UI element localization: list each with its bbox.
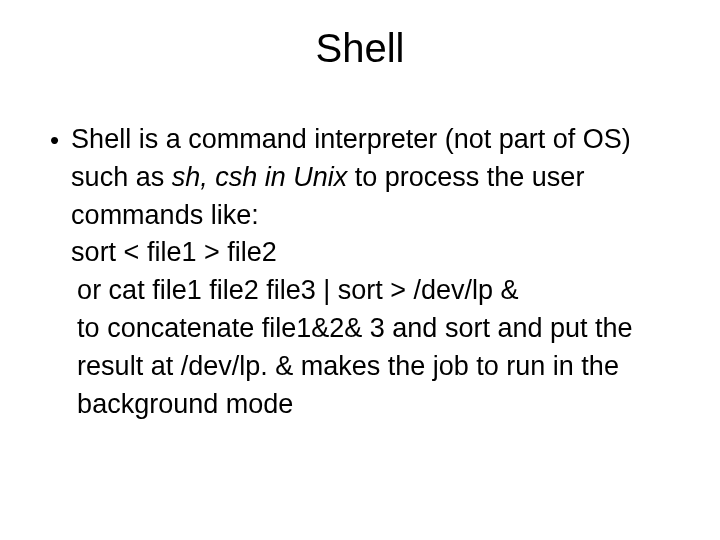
slide: Shell • Shell is a command interpreter (… bbox=[0, 0, 720, 540]
bullet-text: Shell is a command interpreter (not part… bbox=[71, 121, 690, 423]
slide-content: • Shell is a command interpreter (not pa… bbox=[30, 121, 690, 423]
bullet-item: • Shell is a command interpreter (not pa… bbox=[50, 121, 690, 423]
text-line-2: sort < file1 > file2 bbox=[71, 234, 690, 272]
bullet-icon: • bbox=[50, 123, 59, 158]
text-line-1: Shell is a command interpreter (not part… bbox=[71, 121, 690, 234]
text-line-3: or cat file1 file2 file3 | sort > /dev/l… bbox=[71, 272, 690, 310]
text-line-4: to concatenate file1&2& 3 and sort and p… bbox=[71, 310, 690, 423]
slide-title: Shell bbox=[30, 26, 690, 71]
text-italic: sh, csh in Unix bbox=[172, 162, 348, 192]
